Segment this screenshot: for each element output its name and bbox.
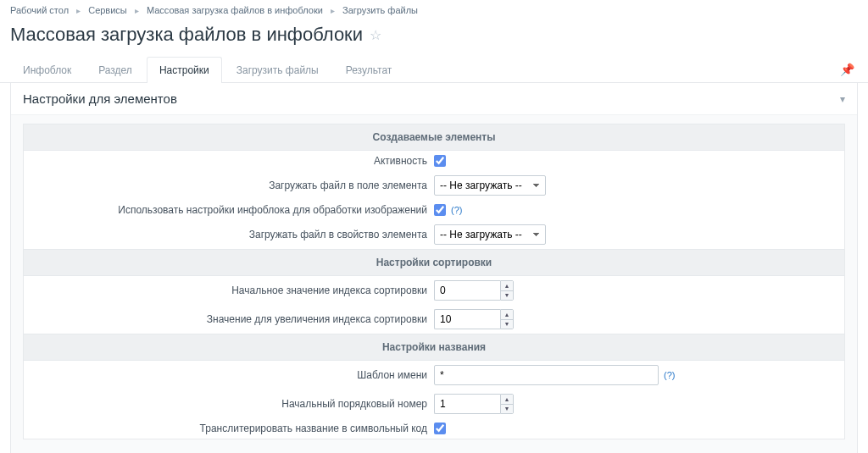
breadcrumb-link[interactable]: Сервисы xyxy=(88,5,127,15)
checkbox-activity[interactable] xyxy=(434,155,446,167)
tab-section[interactable]: Раздел xyxy=(86,57,145,83)
pin-icon[interactable]: 📌 xyxy=(837,59,858,80)
row-name-seq: Начальный порядковый номер ▲ ▼ xyxy=(24,389,844,418)
row-use-iblock: Использовать настройки инфоблока для обр… xyxy=(24,200,844,220)
select-upload-field[interactable]: -- Не загружать -- xyxy=(434,175,546,196)
chevron-right-icon: ▸ xyxy=(76,6,81,15)
breadcrumb: Рабочий стол ▸ Сервисы ▸ Массовая загруз… xyxy=(0,0,868,20)
row-sort-step: Значение для увеличения индекса сортиров… xyxy=(24,305,844,334)
help-icon[interactable]: (?) xyxy=(451,205,462,215)
section-header-sort: Настройки сортировки xyxy=(24,249,844,276)
label-sort-start: Начальное значение индекса сортировки xyxy=(32,285,434,296)
input-sort-start[interactable] xyxy=(434,280,500,301)
inner-form: Создаваемые элементы Активность Загружат… xyxy=(23,124,845,439)
tab-settings[interactable]: Настройки xyxy=(147,57,222,83)
label-translit: Транслитерировать название в символьный … xyxy=(32,423,434,434)
label-activity: Активность xyxy=(32,155,434,167)
page-title-row: Массовая загрузка файлов в инфоблоки ☆ xyxy=(0,20,868,56)
chevron-down-icon[interactable]: ▾ xyxy=(840,93,845,105)
section-header-name: Настройки названия xyxy=(24,334,844,361)
spinner-down-icon[interactable]: ▼ xyxy=(501,405,513,414)
star-icon[interactable]: ☆ xyxy=(370,27,381,43)
label-sort-step: Значение для увеличения индекса сортиров… xyxy=(32,313,434,325)
breadcrumb-link[interactable]: Рабочий стол xyxy=(10,5,69,15)
row-sort-start: Начальное значение индекса сортировки ▲ … xyxy=(24,276,844,305)
label-name-template: Шаблон имени xyxy=(32,369,434,381)
spinner-up-icon[interactable]: ▲ xyxy=(501,281,513,291)
panel-title: Настройки для элементов xyxy=(23,91,177,106)
tab-upload-files[interactable]: Загрузить файлы xyxy=(224,57,331,83)
section-header-created: Создаваемые элементы xyxy=(24,124,844,151)
input-name-template[interactable] xyxy=(434,365,659,385)
select-upload-prop[interactable]: -- Не загружать -- xyxy=(434,224,546,245)
label-use-iblock: Использовать настройки инфоблока для обр… xyxy=(32,204,434,216)
spinner-up-icon[interactable]: ▲ xyxy=(501,310,513,320)
input-name-seq[interactable] xyxy=(434,394,500,414)
checkbox-use-iblock[interactable] xyxy=(434,204,446,216)
chevron-right-icon: ▸ xyxy=(331,6,335,15)
tabs: Инфоблок Раздел Настройки Загрузить файл… xyxy=(0,56,868,83)
tab-infoblock[interactable]: Инфоблок xyxy=(10,57,84,83)
spinner-down-icon[interactable]: ▼ xyxy=(501,291,513,301)
breadcrumb-link[interactable]: Загрузить файлы xyxy=(342,5,418,15)
checkbox-translit[interactable] xyxy=(434,423,446,434)
settings-panel: Настройки для элементов ▾ Создаваемые эл… xyxy=(10,83,858,453)
chevron-right-icon: ▸ xyxy=(135,6,139,15)
row-activity: Активность xyxy=(24,151,844,171)
row-upload-prop: Загружать файл в свойство элемента -- Не… xyxy=(24,220,844,249)
label-name-seq: Начальный порядковый номер xyxy=(32,398,434,410)
spinner-down-icon[interactable]: ▼ xyxy=(501,320,513,329)
page-title: Массовая загрузка файлов в инфоблоки xyxy=(10,24,363,46)
tab-result[interactable]: Результат xyxy=(333,57,405,83)
help-icon[interactable]: (?) xyxy=(664,370,675,380)
row-translit: Транслитерировать название в символьный … xyxy=(24,418,844,439)
spinner-up-icon[interactable]: ▲ xyxy=(501,395,513,405)
panel-header: Настройки для элементов ▾ xyxy=(11,83,857,115)
row-name-template: Шаблон имени (?) xyxy=(24,361,844,389)
row-upload-field: Загружать файл в поле элемента -- Не заг… xyxy=(24,171,844,200)
label-upload-field: Загружать файл в поле элемента xyxy=(32,180,434,191)
breadcrumb-link[interactable]: Массовая загрузка файлов в инфоблоки xyxy=(147,5,323,15)
input-sort-step[interactable] xyxy=(434,309,500,329)
label-upload-prop: Загружать файл в свойство элемента xyxy=(32,229,434,240)
form-body: Создаваемые элементы Активность Загружат… xyxy=(11,115,857,453)
